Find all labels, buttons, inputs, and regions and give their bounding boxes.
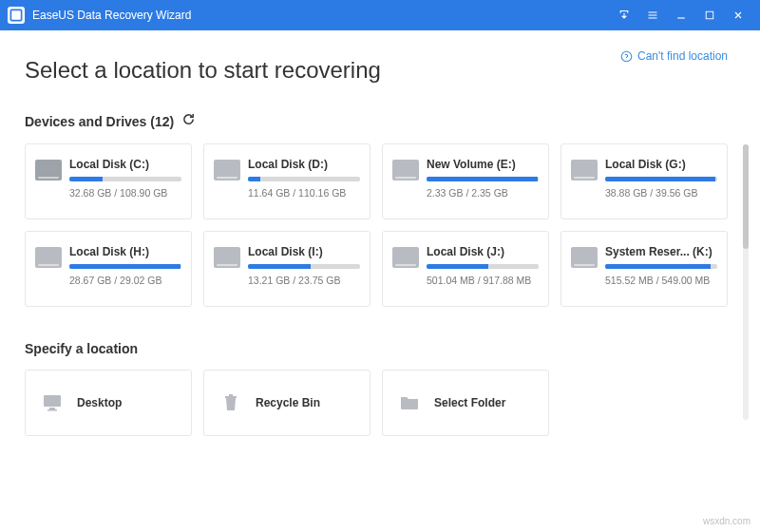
- usage-bar: [605, 264, 717, 269]
- usage-bar: [248, 264, 360, 269]
- locations-grid: Desktop Recycle Bin Select Folder: [25, 370, 735, 436]
- location-card[interactable]: Recycle Bin: [203, 370, 370, 436]
- svg-rect-1: [706, 11, 713, 19]
- hdd-icon: [392, 160, 419, 180]
- drive-size: 28.67 GB / 29.02 GB: [69, 275, 181, 286]
- drive-card[interactable]: Local Disk (G:) 38.88 GB / 39.56 GB: [560, 143, 728, 219]
- hdd-icon: [214, 160, 240, 180]
- drives-section-header: Devices and Drives (12): [25, 112, 735, 130]
- location-name: Select Folder: [434, 396, 505, 409]
- usage-bar: [248, 177, 360, 181]
- drive-size: 501.04 MB / 917.88 MB: [427, 275, 539, 286]
- drive-info: Local Disk (D:) 11.64 GB / 110.16 GB: [248, 158, 360, 199]
- maximize-button[interactable]: [695, 0, 724, 30]
- svg-rect-3: [44, 395, 61, 407]
- drives-grid: Local Disk (C:) 32.68 GB / 108.90 GB Loc…: [25, 143, 735, 307]
- drive-card[interactable]: Local Disk (D:) 11.64 GB / 110.16 GB: [203, 143, 370, 219]
- cant-find-location-label: Can't find location: [637, 49, 728, 63]
- drive-name: Local Disk (I:): [248, 245, 360, 258]
- drive-name: Local Disk (G:): [605, 158, 717, 171]
- drive-size: 13.21 GB / 23.75 GB: [248, 275, 360, 286]
- drive-size: 38.88 GB / 39.56 GB: [605, 187, 717, 199]
- hdd-icon: [571, 247, 598, 268]
- desktop-icon: [39, 391, 66, 414]
- window-title: EaseUS Data Recovery Wizard: [32, 9, 610, 22]
- drive-card[interactable]: Local Disk (C:) 32.68 GB / 108.90 GB: [25, 143, 192, 219]
- drive-name: Local Disk (D:): [248, 158, 360, 171]
- drive-card[interactable]: Local Disk (J:) 501.04 MB / 917.88 MB: [382, 231, 549, 307]
- locations-section-title: Specify a location: [25, 341, 138, 356]
- drive-info: Local Disk (C:) 32.68 GB / 108.90 GB: [69, 158, 181, 199]
- drive-name: New Volume (E:): [427, 158, 539, 171]
- svg-rect-7: [229, 394, 233, 396]
- hdd-icon: [392, 247, 419, 268]
- drive-info: System Reser... (K:) 515.52 MB / 549.00 …: [605, 245, 717, 286]
- svg-rect-6: [225, 396, 237, 398]
- usage-bar: [427, 264, 539, 269]
- refresh-button[interactable]: [181, 112, 196, 130]
- drive-info: Local Disk (I:) 13.21 GB / 23.75 GB: [248, 245, 360, 286]
- close-button[interactable]: [724, 0, 752, 30]
- recycle-icon: [218, 391, 244, 414]
- usage-bar: [69, 177, 181, 181]
- folder-icon: [396, 391, 423, 414]
- location-name: Desktop: [77, 396, 122, 409]
- location-card[interactable]: Desktop: [25, 370, 192, 436]
- svg-rect-0: [10, 10, 21, 20]
- scrollbar[interactable]: [743, 144, 749, 420]
- drive-name: Local Disk (H:): [69, 245, 181, 258]
- location-card[interactable]: Select Folder: [382, 370, 549, 436]
- drive-name: Local Disk (J:): [427, 245, 539, 258]
- usage-bar: [427, 177, 539, 181]
- drive-info: Local Disk (G:) 38.88 GB / 39.56 GB: [605, 158, 717, 199]
- cant-find-location-link[interactable]: Can't find location: [620, 49, 728, 63]
- svg-rect-5: [48, 409, 57, 411]
- update-button[interactable]: [610, 0, 638, 30]
- main-panel: Can't find location Select a location to…: [0, 30, 760, 532]
- usage-bar: [69, 264, 181, 269]
- drive-size: 11.64 GB / 110.16 GB: [248, 187, 360, 199]
- hdd-icon: [214, 247, 240, 268]
- watermark: wsxdn.com: [703, 516, 750, 526]
- locations-section-header: Specify a location: [25, 341, 735, 356]
- drive-size: 2.33 GB / 2.35 GB: [427, 187, 539, 199]
- titlebar: EaseUS Data Recovery Wizard: [0, 0, 760, 30]
- drive-name: System Reser... (K:): [605, 245, 717, 258]
- hdd-icon: [35, 160, 62, 180]
- hdd-icon: [35, 247, 62, 268]
- usage-bar: [605, 177, 717, 181]
- drive-card[interactable]: New Volume (E:) 2.33 GB / 2.35 GB: [382, 143, 549, 219]
- minimize-button[interactable]: [667, 0, 695, 30]
- drive-info: New Volume (E:) 2.33 GB / 2.35 GB: [427, 158, 539, 199]
- drive-size: 515.52 MB / 549.00 MB: [605, 275, 717, 286]
- hdd-icon: [571, 160, 598, 180]
- svg-rect-4: [49, 408, 55, 409]
- menu-button[interactable]: [638, 0, 667, 30]
- drive-size: 32.68 GB / 108.90 GB: [69, 187, 181, 199]
- drive-info: Local Disk (H:) 28.67 GB / 29.02 GB: [69, 245, 181, 286]
- location-name: Recycle Bin: [256, 396, 320, 409]
- app-logo-icon: [8, 7, 25, 24]
- svg-point-2: [621, 51, 632, 62]
- scroll-thumb[interactable]: [743, 144, 749, 249]
- drive-name: Local Disk (C:): [69, 158, 181, 171]
- drive-card[interactable]: Local Disk (I:) 13.21 GB / 23.75 GB: [203, 231, 370, 307]
- drive-card[interactable]: Local Disk (H:) 28.67 GB / 29.02 GB: [25, 231, 192, 307]
- drives-section-title: Devices and Drives (12): [25, 114, 174, 129]
- drive-card[interactable]: System Reser... (K:) 515.52 MB / 549.00 …: [560, 231, 728, 307]
- drive-info: Local Disk (J:) 501.04 MB / 917.88 MB: [427, 245, 539, 286]
